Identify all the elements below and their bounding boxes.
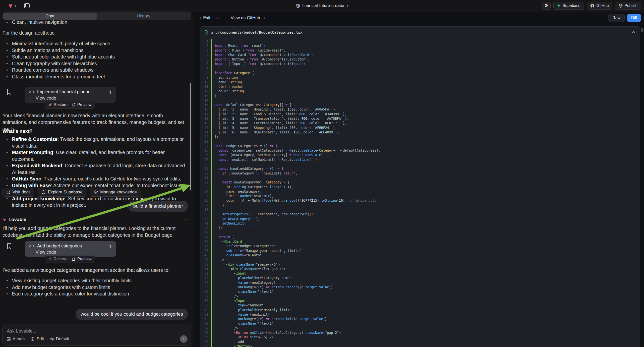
version-card-toolbar: ↺Restore Preview (45, 101, 95, 108)
line-number: 64 (200, 326, 211, 330)
model-selector[interactable]: Default ⌄ (50, 336, 74, 342)
external-link-icon (72, 103, 76, 106)
code-line: 49 > (200, 258, 640, 262)
chevron-right-icon[interactable]: ❯ (108, 90, 112, 94)
code-text: import React from 'react'; (211, 44, 266, 48)
fold-chevron-icon[interactable]: ⌄ (210, 144, 211, 148)
code-line: 27 const [newLimit, setNewLimit] = React… (200, 158, 640, 162)
line-number: 3 (200, 48, 211, 53)
line-number: 9 (200, 76, 211, 80)
settings-button[interactable]: ⚙ (542, 2, 551, 10)
line-number: 4 (200, 53, 211, 57)
manage-knowledge-button[interactable]: Manage knowledge (90, 188, 141, 197)
code-text: name: newCategory, (211, 190, 262, 194)
fold-chevron-icon[interactable]: ⌄ (210, 103, 211, 108)
bullet-item: Add new budget categories with custom li… (2, 284, 186, 291)
bullet-item: Each category gets a unique color for vi… (2, 290, 186, 297)
exit-button[interactable]: Exit (203, 16, 210, 20)
version-card-implement-financial-planner[interactable]: < > Implement financial planner ❯ View c… (25, 87, 116, 103)
chat-scrollbar[interactable] (190, 83, 191, 190)
line-number: 24⌄ (200, 144, 211, 148)
tab-history[interactable]: History (97, 13, 191, 20)
chevron-up-icon[interactable] (632, 31, 635, 33)
code-text: Add (211, 340, 244, 344)
line-number: 31 (200, 176, 211, 180)
diff-button[interactable]: Diff (627, 14, 641, 22)
code-line: 16 { id: '1', name: 'Housing', limit: 15… (200, 107, 640, 112)
line-number: 38 (200, 208, 211, 212)
code-text: }; (211, 226, 222, 230)
chevron-right-icon[interactable]: ❯ (108, 244, 112, 248)
chat-input[interactable]: Ask Lovable... (7, 328, 187, 334)
attach-button[interactable]: Attach (7, 336, 25, 342)
code-scrollbar[interactable] (641, 28, 643, 32)
view-code-link[interactable]: View code (29, 250, 112, 255)
code-text: { id: '5', name: 'Shopping', limit: 200,… (211, 126, 337, 130)
send-button[interactable]: ↑ (180, 335, 188, 343)
code-line: 52 <Input (200, 271, 640, 276)
restore-button[interactable]: ↺Restore (48, 257, 68, 262)
panel-icon (24, 3, 30, 8)
code-text: value={newLimit} (211, 312, 270, 317)
github-button[interactable]: GitHub (587, 2, 612, 10)
lovable-logo-icon[interactable]: ♥ (8, 2, 13, 9)
line-number: 11 (200, 85, 211, 89)
prompt-input-box[interactable]: Ask Lovable... Attach Edit Default ⌄ ↑ (2, 324, 191, 346)
line-number: 54 (200, 280, 211, 285)
fold-chevron-icon[interactable]: ⌄ (210, 71, 211, 76)
assistant-name: Lovable (8, 217, 26, 222)
bullet-item: Clean, intuitive navigation (2, 19, 186, 26)
visit-docs-button[interactable]: Visit docs (2, 188, 34, 197)
line-number: 32⌄ (200, 180, 211, 185)
code-text: <Input (211, 271, 246, 276)
code-line: 34 name: newCategory, (200, 190, 640, 194)
fold-chevron-icon[interactable]: ⌄ (210, 180, 211, 185)
image-icon (7, 337, 11, 341)
line-number: 33 (200, 185, 211, 190)
line-number: 25 (200, 148, 211, 153)
toggle-sidebar-button[interactable] (23, 2, 31, 10)
bookmark-icon[interactable] (6, 243, 12, 250)
project-switcher[interactable]: financial-future-creator ▾ (296, 0, 348, 12)
raw-button[interactable]: Raw (608, 14, 624, 22)
restore-button[interactable]: ↺Restore (48, 102, 68, 107)
code-line: 68 </Button> (200, 344, 640, 347)
code-panel: ‹ Exit ESC View on GitHub G Raw Diff src… (193, 12, 644, 347)
code-line: 66 <Plus size={16} /> (200, 335, 640, 340)
code-text: className="h-auto" (211, 253, 262, 258)
code-text: return ( (211, 235, 234, 240)
explore-supabase-button[interactable]: Explore Supabase (38, 188, 86, 197)
code-text: /> (211, 294, 238, 299)
supabase-button[interactable]: Supabase (554, 2, 584, 10)
code-text: setNewLimit(''); (211, 221, 254, 226)
bookmark-icon[interactable] (6, 88, 12, 95)
line-number: 35 (200, 194, 211, 198)
preview-button[interactable]: Preview (72, 257, 91, 261)
user-message: would be cool if you could add budget ca… (76, 309, 188, 320)
tab-chat[interactable]: Chat (3, 13, 97, 20)
restore-icon: ↺ (48, 257, 52, 262)
line-number: 40 (200, 217, 211, 221)
edit-button[interactable]: Edit (30, 336, 44, 342)
publish-button[interactable]: Publish (615, 2, 641, 10)
code-text: placeholder="Monthly limit" (211, 308, 292, 312)
file-header[interactable]: src/components/budget/BudgetCategories.t… (200, 27, 640, 38)
code-line: 46 title="Budget Categories" (200, 244, 640, 248)
version-card-add-budget-categories[interactable]: < > Add budget categories ❯ View code (25, 241, 116, 257)
code-text: import { Input } from '@/components/ui/i… (211, 62, 305, 66)
chevron-left-icon[interactable]: ‹ (200, 16, 201, 20)
code-text: const [categories, setCategories] = Reac… (211, 148, 380, 153)
line-number: 48 (200, 253, 211, 258)
message-options-button[interactable]: ··· (181, 216, 188, 222)
chevron-down-icon[interactable]: ▾ (15, 4, 16, 8)
view-on-github-link[interactable]: View on GitHub (231, 16, 260, 20)
code-text (211, 140, 216, 144)
code-text: { id: '2', name: 'Food & Dining', limit:… (211, 112, 347, 116)
fold-chevron-icon[interactable]: ⌄ (210, 167, 211, 171)
view-code-link[interactable]: View code (29, 96, 112, 101)
code-text (211, 39, 216, 44)
preview-button[interactable]: Preview (72, 102, 91, 107)
assistant-header: ♥ Lovable ··· (3, 216, 188, 222)
version-title: Implement financial planner (37, 89, 92, 94)
code-line: 24⌄const BudgetCategories = () => { (200, 144, 640, 148)
